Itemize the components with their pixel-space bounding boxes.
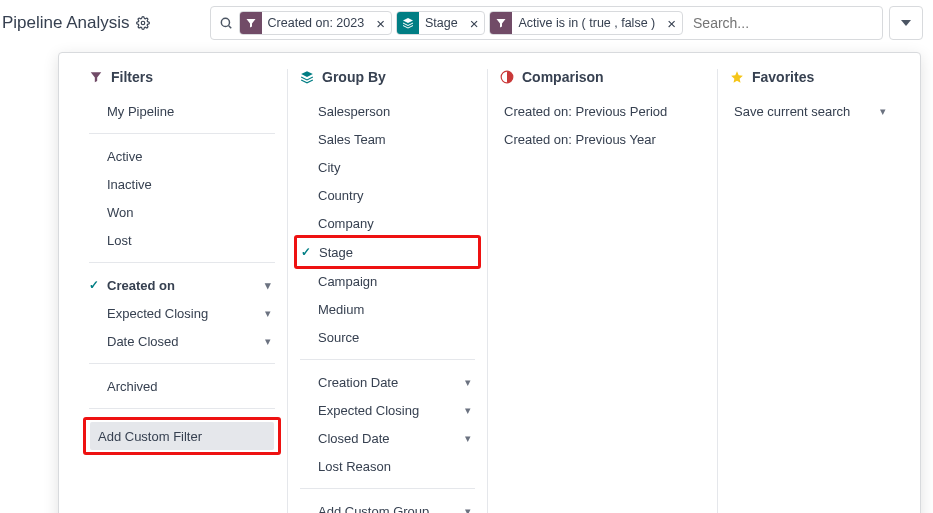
- filters-heading-text: Filters: [111, 69, 153, 85]
- caret-down-icon: ▾: [265, 279, 271, 292]
- groupby-item-creation-date[interactable]: Creation Date▾: [300, 368, 475, 396]
- highlight-add-filter: Add Custom Filter: [83, 417, 281, 455]
- caret-down-icon: ▾: [465, 432, 471, 445]
- groupby-item-closed-date[interactable]: Closed Date▾: [300, 424, 475, 452]
- divider: [300, 488, 475, 489]
- groupby-item-country[interactable]: Country: [300, 181, 475, 209]
- search-icon: [219, 16, 233, 30]
- divider: [89, 363, 275, 364]
- groupby-item-campaign[interactable]: Campaign: [300, 267, 475, 295]
- filter-item-my-pipeline[interactable]: My Pipeline: [89, 97, 275, 125]
- add-custom-group-button[interactable]: Add Custom Group▾: [300, 497, 475, 513]
- add-custom-filter-button[interactable]: Add Custom Filter: [90, 422, 274, 450]
- filter-item-lost[interactable]: Lost: [89, 226, 275, 254]
- chip-label: Active is in ( true , false ): [512, 16, 661, 30]
- filter-chip-created-on[interactable]: Created on: 2023 ×: [239, 11, 392, 35]
- svg-line-2: [228, 26, 231, 29]
- comparison-item-prev-year[interactable]: Created on: Previous Year: [500, 125, 705, 153]
- comparison-heading-text: Comparison: [522, 69, 604, 85]
- svg-point-0: [141, 21, 145, 25]
- groupby-chip-stage[interactable]: Stage ×: [396, 11, 485, 35]
- filter-item-archived[interactable]: Archived: [89, 372, 275, 400]
- groupby-item-source[interactable]: Source: [300, 323, 475, 351]
- svg-point-1: [221, 18, 229, 26]
- gear-icon[interactable]: [136, 16, 150, 30]
- groupby-heading-text: Group By: [322, 69, 386, 85]
- groupby-item-stage[interactable]: Stage: [301, 238, 474, 266]
- close-icon[interactable]: ×: [464, 16, 485, 31]
- page-title-text: Pipeline Analysis: [2, 13, 130, 33]
- chip-label: Created on: 2023: [262, 16, 371, 30]
- caret-down-icon: ▾: [265, 335, 271, 348]
- caret-down-icon: ▾: [265, 307, 271, 320]
- comparison-icon: [500, 70, 514, 84]
- filter-icon: [89, 70, 103, 84]
- groupby-item-lost-reason[interactable]: Lost Reason: [300, 452, 475, 480]
- filters-heading: Filters: [89, 69, 275, 85]
- filters-column: Filters My Pipeline Active Inactive Won …: [77, 69, 287, 513]
- divider: [89, 408, 275, 409]
- close-icon[interactable]: ×: [370, 16, 391, 31]
- filter-item-won[interactable]: Won: [89, 198, 275, 226]
- groupby-column: Group By Salesperson Sales Team City Cou…: [287, 69, 487, 513]
- close-icon[interactable]: ×: [661, 16, 682, 31]
- favorites-column: Favorites Save current search▾: [717, 69, 902, 513]
- caret-down-icon: ▾: [465, 376, 471, 389]
- search-input[interactable]: [687, 15, 878, 31]
- filter-item-expected-closing[interactable]: Expected Closing▾: [89, 299, 275, 327]
- caret-down-icon: ▾: [465, 404, 471, 417]
- star-icon: [730, 70, 744, 84]
- caret-down-icon: ▾: [465, 505, 471, 514]
- page-title: Pipeline Analysis: [2, 13, 150, 33]
- favorites-heading: Favorites: [730, 69, 890, 85]
- comparison-column: Comparison Created on: Previous Period C…: [487, 69, 717, 513]
- highlight-stage: Stage: [294, 235, 481, 269]
- stack-icon: [397, 12, 419, 34]
- comparison-heading: Comparison: [500, 69, 705, 85]
- filter-chip-active[interactable]: Active is in ( true , false ) ×: [489, 11, 683, 35]
- groupby-item-company[interactable]: Company: [300, 209, 475, 237]
- groupby-item-medium[interactable]: Medium: [300, 295, 475, 323]
- save-current-search-button[interactable]: Save current search▾: [730, 97, 890, 125]
- groupby-item-expected-closing[interactable]: Expected Closing▾: [300, 396, 475, 424]
- search-bar[interactable]: Created on: 2023 × Stage × Active is in …: [210, 6, 883, 40]
- filter-item-date-closed[interactable]: Date Closed▾: [89, 327, 275, 355]
- filter-icon: [240, 12, 262, 34]
- comparison-item-prev-period[interactable]: Created on: Previous Period: [500, 97, 705, 125]
- stack-icon: [300, 70, 314, 84]
- chip-label: Stage: [419, 16, 464, 30]
- groupby-item-sales-team[interactable]: Sales Team: [300, 125, 475, 153]
- filter-item-active[interactable]: Active: [89, 142, 275, 170]
- divider: [89, 262, 275, 263]
- caret-down-icon: ▾: [880, 105, 886, 118]
- groupby-item-salesperson[interactable]: Salesperson: [300, 97, 475, 125]
- groupby-item-city[interactable]: City: [300, 153, 475, 181]
- groupby-heading: Group By: [300, 69, 475, 85]
- search-options-dropdown[interactable]: [889, 6, 923, 40]
- search-options-panel: Filters My Pipeline Active Inactive Won …: [58, 52, 921, 513]
- caret-down-icon: [901, 18, 911, 28]
- filter-item-created-on[interactable]: Created on▾: [89, 271, 275, 299]
- favorites-heading-text: Favorites: [752, 69, 814, 85]
- filter-item-inactive[interactable]: Inactive: [89, 170, 275, 198]
- divider: [300, 359, 475, 360]
- divider: [89, 133, 275, 134]
- filter-icon: [490, 12, 512, 34]
